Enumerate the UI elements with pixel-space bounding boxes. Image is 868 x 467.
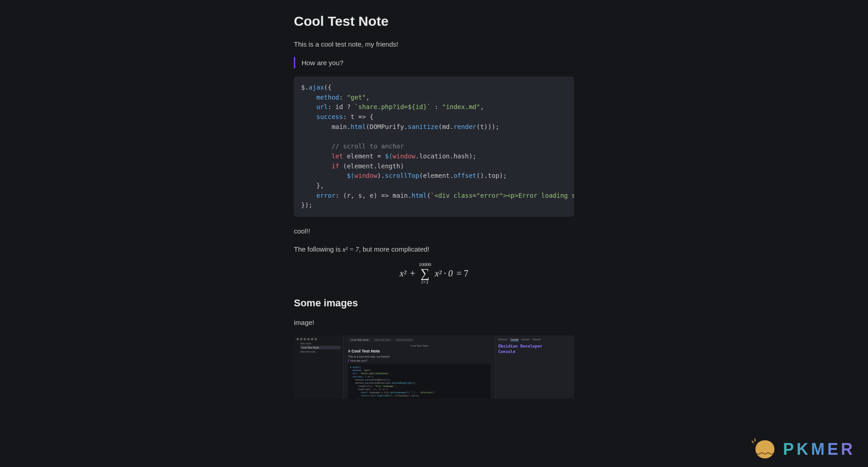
math-display: x² + 10000 ∑ i=1 x² · 0 = 7 [294, 262, 574, 285]
embed-sidebar: test-vault Cool Test Note Second note [294, 335, 344, 399]
code-block: $.ajax({ method: "get", url: id ? `share… [294, 76, 574, 217]
note-title: Cool Test Note [294, 14, 574, 29]
math-intro-paragraph: The following is x² = 7, but more compli… [294, 244, 574, 255]
embed-devtools: Elements Console Sources Network Obsidia… [495, 335, 574, 399]
math-inline: x² = 7 [343, 246, 359, 253]
pkmer-logo-icon [752, 440, 778, 458]
note-content: Cool Test Note This is a cool test note,… [285, 0, 583, 399]
embedded-screenshot: test-vault Cool Test Note Second note Co… [294, 335, 574, 399]
watermark-text: PKMER [783, 440, 855, 459]
images-heading: Some images [294, 297, 574, 309]
image-caption: image! [294, 317, 574, 328]
embed-editor: Cool Test Note Second note Second note C… [344, 335, 495, 399]
after-code-paragraph: cool!! [294, 226, 574, 237]
intro-paragraph: This is a cool test note, my friends! [294, 39, 574, 50]
watermark: PKMER [752, 440, 855, 459]
blockquote: How are you? [294, 57, 574, 68]
